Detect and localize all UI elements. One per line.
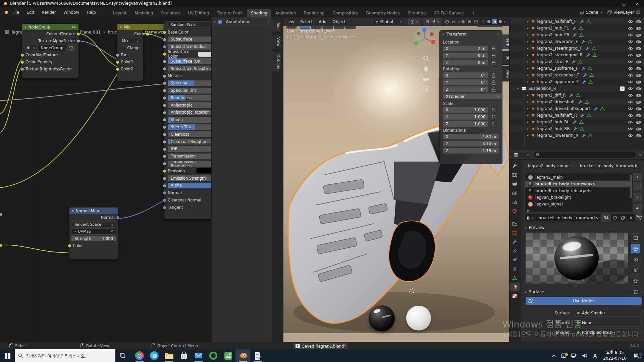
hide-eye-icon[interactable] bbox=[628, 134, 633, 137]
breadcrumb-object-name[interactable]: legran2_body_coupe bbox=[528, 164, 570, 168]
socket-gray[interactable] bbox=[163, 147, 166, 151]
annotations-checkbox[interactable]: ✓ bbox=[218, 20, 222, 24]
preview-type-hair[interactable] bbox=[631, 265, 640, 275]
hide-eye-icon[interactable] bbox=[628, 26, 633, 30]
material-slot-legvan_brakelight[interactable]: legvan_brakelight bbox=[525, 194, 632, 201]
transform-field-x[interactable]: X0° bbox=[443, 72, 499, 78]
axis-value-field[interactable]: Z0 m bbox=[443, 60, 488, 65]
close-button[interactable]: ✕ bbox=[631, 0, 644, 7]
menu-help[interactable]: Help bbox=[83, 7, 99, 17]
slider-clearcoat-roughness[interactable]: Clearcoat Roughness bbox=[168, 139, 211, 144]
taskbar-app-explorer[interactable] bbox=[162, 349, 176, 362]
axis-value-field[interactable]: Y4.74 m bbox=[443, 141, 499, 146]
hide-eye-icon[interactable] bbox=[628, 33, 633, 37]
socket-gray[interactable] bbox=[163, 125, 166, 129]
shader-sidebar-tab-view[interactable]: View bbox=[272, 34, 281, 49]
principled-row-transmission[interactable]: Transmission bbox=[164, 153, 211, 160]
socket-gray[interactable] bbox=[163, 155, 166, 158]
socket-gray[interactable] bbox=[163, 118, 166, 122]
socket-gray[interactable] bbox=[163, 60, 166, 63]
slider-subsurface[interactable]: Subsurface bbox=[168, 37, 211, 42]
expand-arrow-icon[interactable]: ▸ bbox=[527, 47, 532, 50]
slot-move-up-button[interactable] bbox=[633, 204, 642, 212]
properties-tab-view-layer[interactable] bbox=[509, 188, 520, 197]
transform-orientation-select[interactable]: Global∨ bbox=[372, 18, 405, 25]
axis-value-field[interactable]: Z0° bbox=[443, 86, 488, 92]
hide-eye-icon[interactable] bbox=[628, 94, 633, 97]
preview-type-monkey[interactable] bbox=[631, 276, 640, 286]
lock-icon[interactable] bbox=[491, 54, 495, 58]
add-slot-button[interactable]: + bbox=[633, 173, 642, 181]
modifier-wrench-icon[interactable] bbox=[580, 113, 585, 118]
hide-eye-icon[interactable] bbox=[628, 47, 633, 50]
outliner-item-legran2_halfshaft_f[interactable]: ▸▼legran2_halfshaft_F bbox=[509, 18, 644, 25]
transform-field-x[interactable]: X1.000 bbox=[443, 107, 499, 113]
outliner-item-legran2_upperarm_f[interactable]: ▸▼legran2_upperarm_F bbox=[509, 78, 644, 85]
properties-tab-tool[interactable] bbox=[509, 161, 520, 170]
scene-selector[interactable]: Scene ✕ bbox=[580, 10, 603, 15]
principled-bsdf-node[interactable]: Random Walk∨Base ColorSubsurfaceSubsurfa… bbox=[164, 21, 211, 219]
mix-input-color2[interactable]: Color2 bbox=[117, 65, 143, 72]
socket-gray[interactable] bbox=[163, 81, 166, 85]
collapse-icon[interactable]: ∨ bbox=[442, 33, 445, 36]
viewport-3d[interactable]: User Perspective (Local) (0) G34 | legra… bbox=[283, 17, 509, 342]
properties-tab-scene[interactable] bbox=[509, 197, 520, 206]
pin-id-icon[interactable] bbox=[640, 164, 640, 168]
slider-specular-tint[interactable]: Specular Tint bbox=[168, 88, 211, 94]
lock-icon[interactable] bbox=[491, 115, 495, 119]
mix-blend-select[interactable]: Mix∨ bbox=[117, 37, 143, 44]
expand-arrow-icon[interactable]: ▸ bbox=[527, 20, 532, 23]
principled-row-ior[interactable]: IOR bbox=[164, 145, 211, 153]
expand-arrow-icon[interactable]: ▸ bbox=[527, 60, 532, 63]
socket-purple[interactable] bbox=[163, 198, 166, 202]
expand-shader-icon[interactable]: ▾ bbox=[526, 331, 530, 334]
item-name[interactable]: legran2_strut_F bbox=[537, 59, 568, 64]
modifier-wrench-icon[interactable] bbox=[586, 53, 590, 57]
npanel-tab-view[interactable]: View bbox=[502, 66, 509, 81]
properties-tab-object[interactable] bbox=[509, 228, 520, 237]
socket-gray[interactable] bbox=[163, 162, 166, 166]
socket-gray[interactable] bbox=[163, 89, 166, 93]
render-camera-icon[interactable] bbox=[636, 40, 641, 44]
rotation-mode-select[interactable]: XYZ Euler∨ bbox=[443, 94, 502, 99]
mesh-data-icon[interactable] bbox=[600, 107, 605, 111]
npanel-tab-tool[interactable]: Tool bbox=[502, 51, 509, 64]
shader-value-button[interactable]: Principled BSDF bbox=[574, 328, 642, 336]
slider-anisotropic[interactable]: Anisotropic bbox=[168, 102, 211, 108]
principled-row-sheen-tint[interactable]: Sheen Tint bbox=[164, 123, 211, 131]
properties-tab-modifiers[interactable] bbox=[509, 237, 520, 246]
slider-sheen-tint[interactable]: Sheen Tint bbox=[168, 124, 211, 130]
tray-chevron-icon[interactable] bbox=[549, 354, 558, 357]
nodegroup-output-texturealphafactor[interactable]: TextureAlphaFactor bbox=[22, 37, 78, 44]
outliner-item-suspension_r[interactable]: ▾Suspension_R✓ bbox=[509, 85, 644, 92]
render-camera-icon[interactable] bbox=[636, 47, 641, 50]
slider-clearcoat[interactable]: Clearcoat bbox=[168, 131, 211, 137]
item-name[interactable]: legran2_diff_R bbox=[537, 93, 566, 98]
proportional-edit-controls[interactable]: ∨ bbox=[445, 19, 460, 24]
mix-input-color1[interactable]: Color1 bbox=[117, 58, 143, 65]
material-users-badge[interactable]: 34 bbox=[601, 214, 611, 222]
render-camera-icon[interactable] bbox=[636, 134, 641, 137]
outliner-item-legran2_hub_rr[interactable]: ▸▼legran2_hub_RR bbox=[509, 125, 644, 132]
outliner-item-legran2_driveshaft[interactable]: ▸▼legran2_driveshaft bbox=[509, 99, 644, 105]
principled-row-specular-tint[interactable]: Specular Tint bbox=[164, 87, 211, 94]
nodegroup-output-coloredtexture[interactable]: ColoredTexture bbox=[22, 30, 78, 37]
expand-arrow-icon[interactable]: ▾ bbox=[517, 87, 522, 90]
modifier-wrench-icon[interactable] bbox=[583, 73, 587, 77]
scene-unlink-icon[interactable]: ✕ bbox=[600, 11, 603, 14]
render-camera-icon[interactable] bbox=[636, 53, 641, 57]
hide-eye-icon[interactable] bbox=[628, 87, 633, 90]
viewport-menu-object[interactable]: Object bbox=[329, 19, 348, 24]
principled-row-subsurface-anisotropy[interactable]: Subsurface Anisotropy bbox=[164, 65, 211, 72]
render-camera-icon[interactable] bbox=[636, 73, 641, 77]
annotations-panel-header[interactable]: ▸ ✓ Annotations ⠿ bbox=[212, 17, 273, 26]
start-button[interactable] bbox=[0, 349, 15, 362]
socket-purple[interactable] bbox=[163, 45, 166, 49]
menu-window[interactable]: Window bbox=[60, 7, 83, 17]
mix-node[interactable]: ∨Mix Color Mix∨ Clamp Fac Color1 Color2 bbox=[117, 23, 143, 81]
viewport-menu-select[interactable]: Select bbox=[297, 19, 316, 24]
socket-gray[interactable] bbox=[163, 67, 166, 71]
mesh-data-icon[interactable] bbox=[580, 127, 584, 131]
link-mode-button[interactable]: ∨ bbox=[638, 216, 644, 220]
properties-search-input[interactable] bbox=[533, 151, 636, 159]
